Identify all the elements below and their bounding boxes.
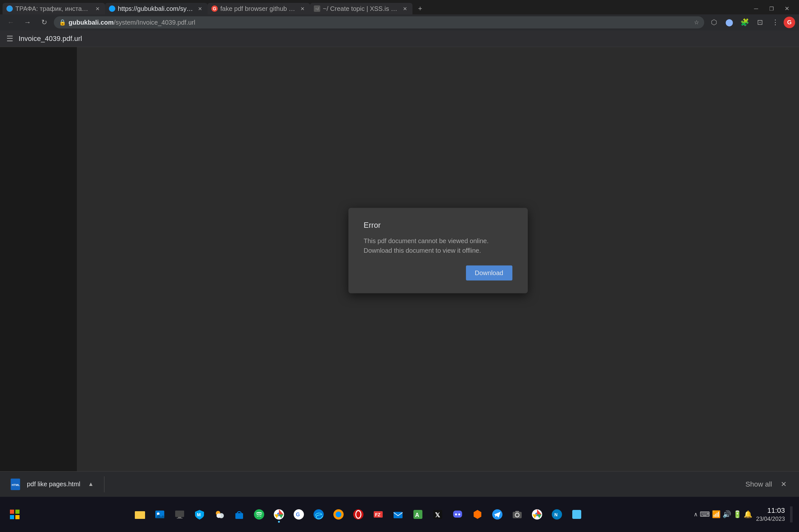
svg-point-25 — [313, 509, 324, 519]
pdf-view-container: Error This pdf document cannot be viewed… — [0, 47, 799, 471]
bookmark-icon[interactable]: ☆ — [694, 19, 699, 26]
show-desktop-button[interactable] — [790, 507, 793, 522]
taskbar-app-eset[interactable]: N — [548, 506, 566, 524]
volume-icon[interactable]: 🔊 — [723, 510, 731, 518]
tab-4-favicon: ~/ — [314, 5, 320, 12]
download-bar-close-button[interactable]: ✕ — [777, 478, 790, 491]
svg-point-10 — [157, 512, 160, 515]
taskbar-app-malwarebytes[interactable]: M — [190, 506, 208, 524]
svg-text:A: A — [415, 512, 419, 518]
taskbar-app-spotify[interactable] — [250, 506, 268, 524]
svg-rect-49 — [572, 510, 581, 519]
more-options-icon[interactable]: ⋮ — [768, 15, 782, 30]
error-dialog-actions: Download — [364, 266, 512, 281]
pdf-filename: Invoice_4039.pdf.url — [19, 35, 82, 43]
taskbar-app-file-explorer[interactable] — [131, 506, 149, 524]
url-domain: gubukbali.com — [69, 19, 114, 26]
browser-window: 🌐 ТРАФА: трафик, инсталлы, логи ✕ 🌐 http… — [0, 0, 799, 497]
tab-2[interactable]: 🌐 https://gubukbali.com/system/In... ✕ — [105, 3, 207, 14]
taskbar-app-discord[interactable] — [449, 506, 467, 524]
pdf-menu-icon[interactable]: ☰ — [6, 34, 14, 43]
taskbar-app-store[interactable] — [230, 506, 248, 524]
taskbar-app-telegram[interactable] — [488, 506, 506, 524]
taskbar-clock[interactable]: 11:03 23/04/2023 — [756, 506, 785, 523]
tab-4-close[interactable]: ✕ — [401, 5, 408, 13]
chrome-labs-icon[interactable]: ⊡ — [753, 15, 767, 30]
download-expand-icon[interactable]: ▲ — [86, 478, 96, 490]
svg-rect-2 — [10, 510, 14, 514]
taskbar-app-photos[interactable] — [151, 506, 169, 524]
pdf-toolbar: ☰ Invoice_4039.pdf.url — [0, 31, 799, 47]
ssl-lock-icon: 🔒 — [59, 19, 66, 26]
address-bar[interactable]: 🔒 gubukbali.com/system/Invoice_4039.pdf.… — [54, 16, 704, 28]
taskbar-app-edge[interactable] — [310, 506, 328, 524]
error-dialog-message: This pdf document cannot be viewed onlin… — [364, 236, 512, 255]
profile-sync-icon[interactable]: ⬤ — [722, 15, 736, 30]
taskbar-app-chrome2[interactable] — [528, 506, 546, 524]
svg-rect-32 — [394, 512, 402, 518]
taskbar-app-x[interactable]: 𝕏 — [429, 506, 447, 524]
window-minimize-button[interactable]: ─ — [749, 3, 763, 14]
svg-point-18 — [217, 513, 221, 518]
taskbar-app-remote[interactable] — [171, 506, 188, 524]
taskbar-app-firefox[interactable] — [329, 506, 347, 524]
show-all-button[interactable]: Show all — [746, 480, 772, 489]
taskbar-app-mail[interactable] — [389, 506, 407, 524]
profile-avatar[interactable]: G — [784, 17, 795, 28]
svg-marker-40 — [474, 510, 481, 519]
reload-button[interactable]: ↻ — [37, 15, 51, 30]
svg-rect-19 — [235, 513, 243, 519]
wifi-icon[interactable]: 📶 — [712, 510, 721, 518]
taskbar-left — [6, 506, 23, 523]
svg-rect-8 — [135, 512, 145, 519]
tab-1-close[interactable]: ✕ — [93, 5, 101, 13]
download-notification-bar: HTML pdf like pages.html ▲ Show all ✕ — [0, 471, 799, 497]
window-close-button[interactable]: ✕ — [780, 3, 794, 14]
taskbar-app-opera[interactable] — [349, 506, 367, 524]
taskbar-app-filezilla[interactable]: FZ — [369, 506, 387, 524]
nav-right-icons: ⬡ ⬤ 🧩 ⊡ ⋮ G — [707, 15, 795, 30]
tab-3-close[interactable]: ✕ — [298, 5, 306, 13]
notification-icon[interactable]: 🔔 — [744, 510, 752, 518]
taskbar-app-unknown5[interactable] — [568, 506, 586, 524]
download-button[interactable]: Download — [466, 266, 512, 281]
battery-icon: 🔋 — [733, 510, 742, 518]
taskbar-app-unknown3[interactable] — [469, 506, 487, 524]
new-tab-button[interactable]: + — [414, 3, 426, 14]
windows-taskbar: M G — [0, 497, 799, 532]
extensions-puzzle-icon[interactable]: 🧩 — [738, 15, 751, 30]
url-path: /system/Invoice_4039.pdf.url — [114, 19, 195, 26]
error-dialog-title: Error — [364, 221, 512, 230]
taskbar-app-google[interactable]: G — [290, 506, 308, 524]
back-button[interactable]: ← — [4, 15, 18, 30]
taskbar-app-camera[interactable] — [508, 506, 526, 524]
extensions-icon[interactable]: ⬡ — [707, 15, 721, 30]
show-hidden-icon[interactable]: ∧ — [694, 511, 698, 518]
tab-3-title: fake pdf browser github - Goog... — [220, 5, 296, 13]
tab-bar: 🌐 ТРАФА: трафик, инсталлы, логи ✕ 🌐 http… — [0, 0, 799, 14]
download-file-icon: HTML — [9, 478, 22, 491]
start-button[interactable] — [6, 506, 23, 523]
forward-button[interactable]: → — [20, 15, 35, 30]
tab-1-favicon: 🌐 — [6, 5, 13, 12]
svg-rect-4 — [10, 515, 14, 519]
taskbar-apps: M G — [131, 506, 586, 524]
window-restore-button[interactable]: ❐ — [764, 3, 779, 14]
address-url[interactable]: gubukbali.com/system/Invoice_4039.pdf.ur… — [69, 19, 691, 26]
taskbar-app-unknown1[interactable]: A — [409, 506, 427, 524]
taskbar-app-weather[interactable] — [211, 506, 228, 524]
svg-text:FZ: FZ — [375, 512, 381, 517]
tab-3[interactable]: G fake pdf browser github - Goog... ✕ — [207, 3, 310, 14]
pdf-content-area: Error This pdf document cannot be viewed… — [77, 47, 799, 471]
svg-rect-5 — [15, 515, 20, 519]
tab-2-close[interactable]: ✕ — [196, 5, 204, 13]
tab-4[interactable]: ~/ ~/ Create topic | XSS.is (ex DaMaGe..… — [310, 3, 413, 14]
taskbar-app-chrome[interactable] — [270, 506, 288, 524]
taskbar-chrome-active-dot — [278, 521, 280, 523]
keyboard-icon: ⌨ — [700, 510, 710, 518]
download-bar-right: Show all ✕ — [746, 478, 790, 491]
svg-point-39 — [458, 513, 460, 515]
tab-1[interactable]: 🌐 ТРАФА: трафик, инсталлы, логи ✕ — [3, 3, 105, 14]
svg-rect-3 — [15, 510, 20, 514]
address-bar-actions: ☆ — [694, 19, 699, 26]
